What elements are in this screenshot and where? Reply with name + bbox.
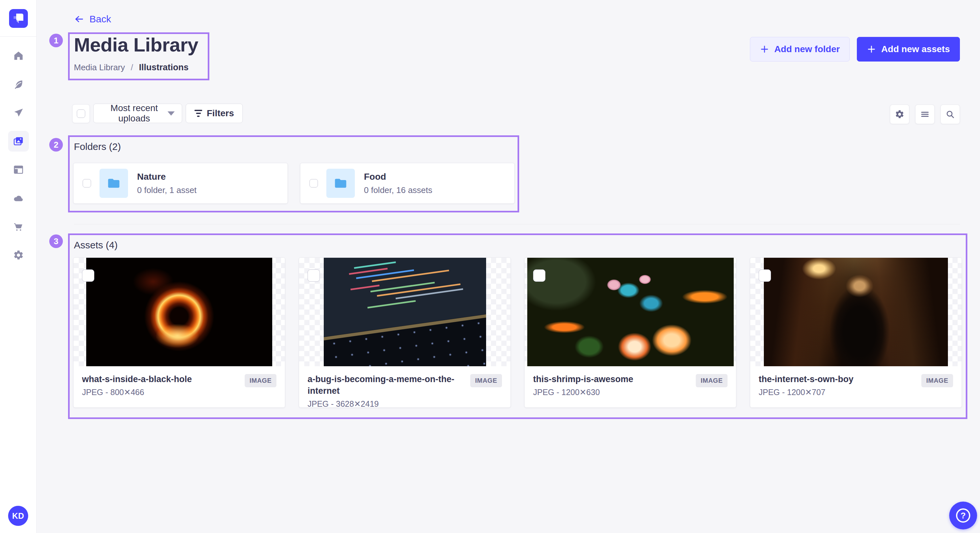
list-view-button[interactable] bbox=[915, 105, 935, 124]
asset-type-badge: IMAGE bbox=[696, 374, 727, 387]
asset-info: what-s-inside-a-black-hole JPEG - 800✕46… bbox=[73, 366, 285, 397]
back-link[interactable]: Back bbox=[74, 14, 111, 25]
asset-checkbox[interactable] bbox=[82, 270, 94, 282]
asset-text: the-internet-s-own-boy JPEG - 1200✕707 bbox=[759, 373, 853, 397]
folder-checkbox[interactable] bbox=[83, 179, 91, 187]
asset-info: a-bug-is-becoming-a-meme-on-the-internet… bbox=[299, 366, 511, 408]
folder-card-nature[interactable]: Nature 0 folder, 1 asset bbox=[73, 163, 288, 204]
search-icon bbox=[945, 109, 955, 119]
toolbar-view-options bbox=[890, 105, 960, 124]
sort-dropdown[interactable]: Most recent uploads bbox=[93, 104, 182, 123]
question-mark-icon: ? bbox=[956, 508, 970, 523]
asset-text: this-shrimp-is-awesome JPEG - 1200✕630 bbox=[533, 373, 633, 397]
sidebar-item-marketplace[interactable] bbox=[8, 216, 29, 237]
asset-card-internet-own-boy[interactable]: the-internet-s-own-boy JPEG - 1200✕707 I… bbox=[750, 257, 962, 408]
breadcrumb: Media Library / Illustrations bbox=[74, 62, 189, 73]
asset-info: this-shrimp-is-awesome JPEG - 1200✕630 I… bbox=[525, 366, 736, 397]
checkbox bbox=[77, 109, 85, 118]
folders-list: Nature 0 folder, 1 asset Food 0 folder, … bbox=[73, 163, 515, 204]
paper-plane-icon bbox=[13, 107, 24, 118]
page-title: Media Library bbox=[74, 34, 198, 56]
sidebar-item-releases[interactable] bbox=[8, 102, 29, 123]
sidebar-item-content-type-builder[interactable] bbox=[8, 159, 29, 180]
view-settings-button[interactable] bbox=[890, 105, 909, 124]
add-new-assets-label: Add new assets bbox=[881, 44, 950, 54]
sidebar-divider bbox=[0, 36, 36, 36]
settings-icon bbox=[895, 109, 905, 119]
media-library-icon bbox=[13, 136, 24, 147]
back-arrow-icon bbox=[74, 14, 84, 24]
sidebar-item-content-manager[interactable] bbox=[8, 74, 29, 95]
asset-card-shrimp[interactable]: this-shrimp-is-awesome JPEG - 1200✕630 I… bbox=[524, 257, 736, 408]
assets-list: what-s-inside-a-black-hole JPEG - 800✕46… bbox=[73, 257, 962, 408]
asset-checkbox[interactable] bbox=[533, 270, 546, 282]
annotation-badge-2: 2 bbox=[49, 138, 63, 152]
sidebar: KD bbox=[0, 0, 37, 533]
folder-tile bbox=[326, 169, 355, 198]
filters-label: Filters bbox=[207, 108, 234, 119]
asset-image-library-portrait bbox=[764, 258, 948, 366]
sidebar-nav bbox=[0, 45, 37, 273]
home-icon bbox=[13, 50, 24, 61]
assets-heading: Assets (4) bbox=[74, 240, 118, 251]
asset-type-badge: IMAGE bbox=[470, 374, 502, 387]
annotation-badge-1: 1 bbox=[49, 34, 63, 47]
asset-checkbox[interactable] bbox=[759, 270, 771, 282]
strapi-logo[interactable] bbox=[9, 9, 28, 28]
folder-name: Nature bbox=[137, 171, 197, 182]
folder-card-food[interactable]: Food 0 folder, 16 assets bbox=[300, 163, 515, 204]
folder-name: Food bbox=[364, 171, 432, 182]
folder-checkbox[interactable] bbox=[310, 179, 318, 187]
layout-icon bbox=[13, 164, 24, 175]
asset-meta: JPEG - 1200✕630 bbox=[533, 388, 633, 397]
asset-image-shrimp bbox=[527, 258, 734, 366]
asset-thumbnail bbox=[299, 258, 511, 366]
select-all-checkbox[interactable] bbox=[72, 104, 90, 123]
asset-image-code-laptop bbox=[324, 258, 486, 366]
folder-text: Food 0 folder, 16 assets bbox=[364, 171, 432, 195]
avatar-initials: KD bbox=[12, 511, 24, 521]
asset-card-bug-meme[interactable]: a-bug-is-becoming-a-meme-on-the-internet… bbox=[299, 257, 511, 408]
help-button[interactable]: ? bbox=[949, 501, 977, 530]
sidebar-item-media-library[interactable] bbox=[8, 131, 29, 152]
breadcrumb-separator: / bbox=[131, 62, 133, 73]
avatar[interactable]: KD bbox=[8, 506, 28, 526]
asset-name: this-shrimp-is-awesome bbox=[533, 373, 633, 385]
asset-thumbnail bbox=[525, 258, 736, 366]
add-new-folder-button[interactable]: Add new folder bbox=[750, 37, 850, 62]
search-button[interactable] bbox=[940, 105, 960, 124]
add-new-assets-button[interactable]: Add new assets bbox=[857, 37, 960, 62]
cloud-icon bbox=[13, 193, 24, 204]
asset-card-black-hole[interactable]: what-s-inside-a-black-hole JPEG - 800✕46… bbox=[73, 257, 285, 408]
list-icon bbox=[920, 109, 930, 119]
sidebar-item-settings[interactable] bbox=[8, 245, 29, 265]
folders-heading: Folders (2) bbox=[74, 141, 121, 152]
asset-image-black-hole bbox=[86, 258, 272, 366]
asset-meta: JPEG - 800✕466 bbox=[82, 388, 192, 397]
chevron-down-icon bbox=[167, 111, 175, 116]
sidebar-item-home[interactable] bbox=[8, 45, 29, 66]
sidebar-item-deploy[interactable] bbox=[8, 188, 29, 209]
back-label: Back bbox=[89, 14, 111, 25]
feather-icon bbox=[13, 79, 24, 90]
folder-meta: 0 folder, 1 asset bbox=[137, 185, 197, 195]
asset-thumbnail bbox=[750, 258, 961, 366]
filters-button[interactable]: Filters bbox=[186, 104, 243, 123]
app-root: KD Back 1 Media Library Media Library / … bbox=[0, 0, 980, 533]
asset-text: a-bug-is-becoming-a-meme-on-the-internet… bbox=[307, 373, 464, 408]
plus-icon bbox=[760, 45, 769, 54]
toolbar: Most recent uploads Filters bbox=[37, 104, 980, 124]
main-content: Back 1 Media Library Media Library / Ill… bbox=[37, 0, 980, 533]
breadcrumb-root[interactable]: Media Library bbox=[74, 62, 125, 73]
asset-checkbox[interactable] bbox=[307, 270, 320, 282]
asset-info: the-internet-s-own-boy JPEG - 1200✕707 I… bbox=[750, 366, 961, 397]
breadcrumb-current: Illustrations bbox=[139, 62, 189, 73]
sort-dropdown-value: Most recent uploads bbox=[101, 103, 167, 124]
folder-meta: 0 folder, 16 assets bbox=[364, 185, 432, 195]
folder-tile bbox=[100, 169, 128, 198]
asset-name: the-internet-s-own-boy bbox=[759, 373, 853, 385]
asset-thumbnail bbox=[73, 258, 285, 366]
header-actions: Add new folder Add new assets bbox=[750, 37, 960, 62]
filter-icon bbox=[194, 110, 202, 117]
plus-icon bbox=[867, 45, 876, 54]
